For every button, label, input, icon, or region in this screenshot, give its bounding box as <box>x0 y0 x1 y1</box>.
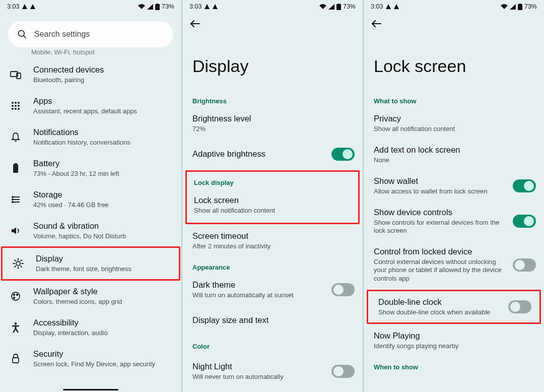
control-locked-toggle[interactable] <box>513 258 536 272</box>
item-wallpaper[interactable]: Wallpaper & styleColors, themed icons, a… <box>0 281 181 312</box>
svg-point-5 <box>19 31 25 37</box>
night-light-toggle[interactable] <box>331 365 355 378</box>
sound-icon <box>11 226 21 235</box>
battery-percent: 73% <box>343 3 356 10</box>
section-what-to-show: What to show <box>364 90 544 108</box>
status-app-icon-2 <box>394 4 399 9</box>
svg-point-15 <box>12 108 14 110</box>
item-dark-theme[interactable]: Dark themeWill turn on automatically at … <box>182 274 363 305</box>
status-app-icon-2 <box>30 4 35 9</box>
double-line-clock-toggle[interactable] <box>508 300 531 313</box>
battery-icon <box>518 4 522 10</box>
svg-point-41 <box>15 322 17 325</box>
search-placeholder: Search settings <box>34 30 90 39</box>
item-connected-devices[interactable]: Connected devicesBluetooth, pairing <box>0 59 181 90</box>
apps-icon <box>11 101 20 110</box>
battery-icon <box>155 4 160 10</box>
svg-line-6 <box>24 36 26 38</box>
item-battery[interactable]: Battery73% - About 23 hr, 12 min left <box>0 153 181 184</box>
svg-marker-54 <box>394 4 399 9</box>
item-control-locked[interactable]: Control from locked deviceControl extern… <box>364 241 544 289</box>
item-apps[interactable]: AppsAssistant, recent apps, default apps <box>0 90 181 121</box>
svg-line-34 <box>21 266 22 267</box>
status-app-icon-2 <box>213 4 218 9</box>
svg-point-39 <box>17 294 18 296</box>
item-storage[interactable]: Storage42% used · 74.46 GB free <box>0 184 181 215</box>
status-bar: 3:03 73% <box>182 0 363 12</box>
settings-main-panel: 3:03 73% Search settings Mobile, Wi-Fi, … <box>0 0 181 392</box>
status-time: 3:03 <box>7 3 19 10</box>
item-brightness-level[interactable]: Brightness level72% <box>182 108 363 139</box>
svg-marker-48 <box>213 4 218 9</box>
item-adaptive-brightness[interactable]: Adaptive brightness <box>182 139 363 169</box>
dark-theme-toggle[interactable] <box>331 283 355 296</box>
status-bar: 3:03 73% <box>0 0 181 12</box>
status-time: 3:03 <box>371 3 383 10</box>
svg-point-26 <box>12 202 13 203</box>
wifi-icon <box>501 4 508 10</box>
item-display-size[interactable]: Display size and text <box>182 305 363 336</box>
item-privacy[interactable]: PrivacyShow all notification content <box>364 108 544 139</box>
svg-rect-20 <box>13 164 18 173</box>
item-night-light[interactable]: Night LightWill never turn on automatica… <box>182 353 363 383</box>
search-icon <box>17 29 27 39</box>
svg-marker-49 <box>328 4 334 10</box>
battery-icon <box>336 4 341 10</box>
item-accessibility[interactable]: AccessibilityDisplay, interaction, audio <box>0 312 181 343</box>
show-wallet-toggle[interactable] <box>513 179 536 192</box>
item-security[interactable]: SecurityScreen lock, Find My Device, app… <box>0 343 181 374</box>
device-controls-toggle[interactable] <box>513 215 536 228</box>
devices-icon <box>10 70 21 79</box>
svg-line-35 <box>21 260 22 261</box>
item-screen-timeout[interactable]: Screen timeoutAfter 2 minutes of inactiv… <box>182 225 363 256</box>
svg-rect-19 <box>14 163 17 164</box>
svg-line-45 <box>16 329 18 333</box>
signal-icon <box>328 4 334 10</box>
storage-icon <box>11 195 21 204</box>
item-lock-screen[interactable]: Lock screenShow all notification content <box>187 189 358 221</box>
item-display[interactable]: DisplayDark theme, font size, brightness <box>1 246 180 281</box>
accessibility-icon <box>11 322 20 333</box>
svg-marker-47 <box>205 4 210 9</box>
signal-icon <box>147 4 153 10</box>
svg-point-16 <box>15 108 17 110</box>
adaptive-brightness-toggle[interactable] <box>331 148 355 161</box>
back-button[interactable] <box>371 19 539 28</box>
page-title: Display <box>182 28 363 90</box>
svg-line-44 <box>13 329 16 333</box>
palette-icon <box>11 291 21 301</box>
section-brightness: Brightness <box>182 90 363 108</box>
svg-point-37 <box>12 292 20 300</box>
item-notifications[interactable]: NotificationsNotification history, conve… <box>0 121 181 153</box>
section-color: Color <box>182 336 363 353</box>
signal-icon <box>510 4 516 10</box>
brightness-icon <box>13 258 24 269</box>
wifi-icon <box>319 4 326 10</box>
item-now-playing[interactable]: Now PlayingIdentify songs playing nearby <box>364 325 544 356</box>
section-lock-display: Lock display <box>187 172 358 189</box>
svg-rect-3 <box>155 4 160 10</box>
section-appearance: Appearance <box>182 256 363 274</box>
item-device-controls[interactable]: Show device controlsShow controls for ex… <box>364 202 544 241</box>
nav-indicator[interactable] <box>0 389 181 390</box>
lock-screen-panel: 3:03 73% Lock screen What to show Privac… <box>363 0 544 392</box>
svg-point-17 <box>18 108 20 110</box>
item-show-wallet[interactable]: Show walletAllow access to wallet from l… <box>364 170 544 202</box>
item-double-line-clock[interactable]: Double-line clockShow double-line clock … <box>367 290 541 324</box>
svg-marker-27 <box>12 227 16 234</box>
back-button[interactable] <box>189 19 358 28</box>
svg-point-11 <box>18 102 20 104</box>
svg-point-25 <box>12 199 13 200</box>
item-add-text[interactable]: Add text on lock screenNone <box>364 139 544 170</box>
wifi-icon <box>138 4 145 10</box>
battery-icon-row <box>13 163 19 173</box>
svg-point-28 <box>16 262 20 266</box>
item-sound[interactable]: Sound & vibrationVolume, haptics, Do Not… <box>0 215 181 246</box>
svg-point-38 <box>14 294 15 296</box>
status-time: 3:03 <box>189 3 201 10</box>
svg-line-33 <box>15 260 16 261</box>
search-settings[interactable]: Search settings <box>8 21 173 47</box>
status-app-icon <box>22 4 27 9</box>
battery-percent: 73% <box>524 3 537 10</box>
svg-point-12 <box>12 105 14 107</box>
